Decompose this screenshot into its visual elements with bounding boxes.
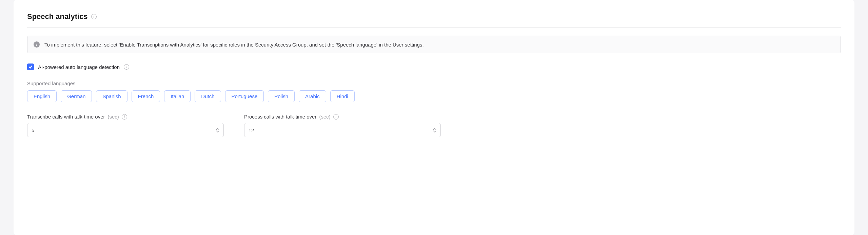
auto-language-detection-checkbox[interactable] [27, 64, 34, 70]
process-label: Process calls with talk-time over (sec) [244, 114, 441, 120]
transcribe-field: Transcribe calls with talk-time over (se… [27, 114, 224, 137]
transcribe-value: 5 [32, 127, 34, 133]
language-chip-french[interactable]: French [132, 90, 160, 102]
process-label-unit: (sec) [319, 114, 330, 120]
chevron-down-icon [433, 130, 436, 132]
process-field: Process calls with talk-time over (sec) … [244, 114, 441, 137]
settings-card: Speech analytics To implement this featu… [14, 0, 854, 235]
chevron-up-icon [433, 128, 436, 130]
section-title: Speech analytics [27, 12, 88, 21]
transcribe-label-unit: (sec) [108, 114, 119, 120]
supported-languages-chips: English German Spanish French Italian Du… [27, 90, 841, 102]
process-stepper[interactable]: 12 [244, 123, 441, 137]
talktime-fields-row: Transcribe calls with talk-time over (se… [27, 114, 448, 137]
language-chip-english[interactable]: English [27, 90, 57, 102]
transcribe-label-text: Transcribe calls with talk-time over [27, 114, 105, 120]
process-value: 12 [249, 127, 254, 133]
language-chip-arabic[interactable]: Arabic [299, 90, 326, 102]
info-icon [34, 41, 40, 48]
transcribe-stepper[interactable]: 5 [27, 123, 224, 137]
language-chip-german[interactable]: German [61, 90, 92, 102]
stepper-arrows[interactable] [433, 128, 436, 132]
transcribe-label: Transcribe calls with talk-time over (se… [27, 114, 224, 120]
stepper-arrows[interactable] [216, 128, 219, 132]
language-chip-spanish[interactable]: Spanish [96, 90, 127, 102]
auto-language-detection-row: AI-powered auto language detection [27, 64, 841, 70]
language-chip-dutch[interactable]: Dutch [195, 90, 221, 102]
chevron-down-icon [216, 130, 219, 132]
info-icon[interactable] [91, 14, 97, 19]
info-icon[interactable] [333, 114, 339, 120]
language-chip-polish[interactable]: Polish [268, 90, 295, 102]
language-chip-italian[interactable]: Italian [164, 90, 191, 102]
info-icon[interactable] [124, 64, 129, 70]
info-icon[interactable] [122, 114, 127, 120]
section-header: Speech analytics [27, 12, 841, 28]
supported-languages-heading: Supported languages [27, 80, 841, 86]
language-chip-hindi[interactable]: Hindi [330, 90, 355, 102]
process-label-text: Process calls with talk-time over [244, 114, 316, 120]
auto-language-detection-label: AI-powered auto language detection [38, 64, 120, 70]
notice-text: To implement this feature, select 'Enabl… [44, 42, 424, 48]
chevron-up-icon [216, 128, 219, 130]
implementation-notice: To implement this feature, select 'Enabl… [27, 36, 841, 53]
language-chip-portuguese[interactable]: Portuguese [225, 90, 264, 102]
